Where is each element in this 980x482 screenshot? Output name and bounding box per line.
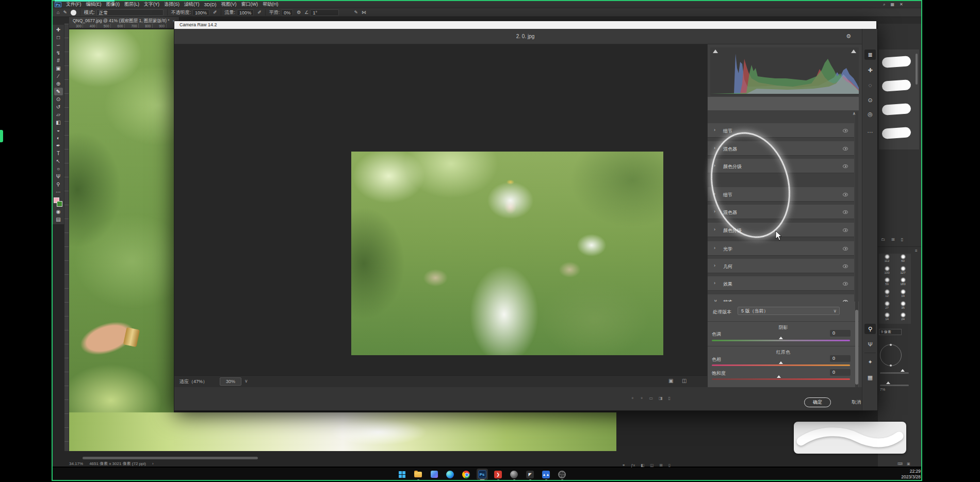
color-swatches[interactable] xyxy=(54,197,63,208)
saturation-value[interactable]: 0 xyxy=(830,369,851,376)
brush-preset[interactable]: 60 xyxy=(895,254,911,265)
mode-select[interactable]: 正常 xyxy=(96,9,164,16)
process-version-select[interactable]: 5 版（当前） ∨ xyxy=(738,307,840,315)
ok-button[interactable]: 确定 xyxy=(804,397,831,407)
panel-menu-icon[interactable]: ≡ xyxy=(915,248,918,253)
history-brush-tool[interactable]: ↺ xyxy=(54,103,63,111)
quick-mask-icon[interactable]: ◉ xyxy=(54,208,63,215)
search-icon[interactable]: ⌕ xyxy=(883,2,885,7)
brush-preset-grid[interactable]: 112 60 100 127 59 183 12 19 27 35 14 24 xyxy=(879,254,911,324)
cancel-button[interactable]: 取消 xyxy=(852,399,861,406)
brush-preset[interactable]: 183 xyxy=(895,277,911,289)
smoothing-value[interactable]: 0% xyxy=(281,9,293,16)
brush-tool[interactable]: ✎ xyxy=(54,88,63,95)
brush-preset[interactable]: 14 xyxy=(879,312,895,324)
clone-stamp-tool[interactable]: ⊙ xyxy=(54,95,63,103)
dot-icon[interactable]: ⚬ xyxy=(640,396,644,401)
taskbar-sphere-app[interactable] xyxy=(509,469,520,480)
brush-preset[interactable]: 12 xyxy=(879,289,895,301)
brush-stroke-thumb[interactable] xyxy=(881,56,911,68)
eye-icon[interactable] xyxy=(843,129,848,132)
shadow-clip-icon[interactable] xyxy=(713,49,718,53)
brush-preset[interactable]: 127 xyxy=(895,265,911,277)
brush-slider[interactable] xyxy=(880,385,909,386)
chevron-down-icon[interactable]: ∨ xyxy=(244,378,248,384)
more-options-icon[interactable]: ⋯ xyxy=(864,127,876,137)
menu-window[interactable]: 窗口(W) xyxy=(241,1,258,8)
trash-icon[interactable]: ▯ xyxy=(668,396,671,401)
edit-sliders-icon[interactable]: ≣ xyxy=(864,49,876,60)
brush-slider[interactable] xyxy=(880,372,909,374)
brush-preset[interactable]: 27 xyxy=(879,301,895,312)
panel-icon[interactable]: ▣ xyxy=(907,462,910,466)
more-tools-icon[interactable]: ⋯ xyxy=(54,188,63,196)
scrollbar-thumb[interactable] xyxy=(855,310,858,385)
eye-icon[interactable] xyxy=(843,193,848,196)
view-mode-icon[interactable]: ▣ xyxy=(668,378,673,384)
marquee-tool[interactable]: □ xyxy=(54,34,63,41)
zoom-tool[interactable]: ⚲ xyxy=(54,180,63,188)
move-tool[interactable]: ✚ xyxy=(54,26,63,34)
section-detail-2[interactable]: › 细节 xyxy=(708,187,854,202)
camera-raw-titlebar[interactable]: Camera Raw 14.2 xyxy=(174,21,876,29)
section-effects[interactable]: › 效果 xyxy=(708,276,854,291)
workspace-icon[interactable]: ▦ xyxy=(890,2,894,7)
brush-preset[interactable]: 19 xyxy=(895,289,911,301)
taskbar-dark-app[interactable]: ◤ xyxy=(525,469,536,480)
delete-icon[interactable]: ▯ xyxy=(901,237,903,242)
view-icon[interactable]: ▭ xyxy=(649,396,653,401)
presets-icon[interactable]: ◎ xyxy=(864,109,876,119)
link-icon[interactable]: ⚭ xyxy=(622,463,625,468)
menu-view[interactable]: 视图(V) xyxy=(221,1,237,8)
tint-value[interactable]: 0 xyxy=(830,330,851,337)
settings-gear-icon[interactable]: ⚙ xyxy=(846,33,851,40)
smudge-tool[interactable]: ◒ xyxy=(54,126,63,134)
eye-icon[interactable] xyxy=(843,164,848,168)
hand-tool[interactable]: Ψ xyxy=(54,173,63,180)
panel-scrollbar[interactable] xyxy=(916,54,918,85)
frame-tool[interactable]: ▣ xyxy=(54,64,63,72)
brush-preset[interactable]: 35 xyxy=(895,301,911,312)
flow-value[interactable]: 100% xyxy=(237,9,254,16)
masking-icon[interactable]: ◌ xyxy=(864,80,876,90)
brush-size-field[interactable]: 9 像素 xyxy=(879,329,902,335)
red-eye-icon[interactable]: ⊙ xyxy=(864,95,876,105)
brush-stroke-thumb[interactable] xyxy=(881,127,911,139)
eraser-tool[interactable]: ▱ xyxy=(54,111,63,119)
menu-select[interactable]: 选择(S) xyxy=(164,1,179,8)
document-canvas-bottom[interactable] xyxy=(69,412,616,451)
eye-icon[interactable] xyxy=(843,282,848,286)
screen-mode-icon[interactable]: ▤ xyxy=(54,215,63,223)
camera-raw-preview[interactable] xyxy=(174,44,707,375)
mask-icon[interactable]: ◧ xyxy=(641,463,644,468)
brush-preset[interactable]: 24 xyxy=(895,312,911,324)
menu-filter[interactable]: 滤镜(T) xyxy=(184,1,200,8)
horizontal-scrollbar[interactable] xyxy=(83,457,258,459)
menu-file[interactable]: 文件(F) xyxy=(66,1,81,8)
menu-type[interactable]: 文字(Y) xyxy=(144,1,159,8)
status-zoom[interactable]: 34.17% xyxy=(69,461,83,466)
status-arrow-icon[interactable]: › xyxy=(152,461,154,466)
grid-overlay-icon[interactable]: ▦ xyxy=(864,372,876,383)
brush-preset[interactable]: 59 xyxy=(879,277,895,289)
brush-tip-preview[interactable] xyxy=(71,10,76,15)
section-color-mixer[interactable]: › 混色器 xyxy=(708,141,854,156)
start-button[interactable] xyxy=(397,469,408,480)
eye-icon[interactable] xyxy=(843,247,848,251)
fx-icon[interactable]: ƒx xyxy=(631,463,635,468)
dodge-tool[interactable]: ◐ xyxy=(54,134,63,142)
histogram[interactable] xyxy=(710,47,859,96)
quick-select-tool[interactable]: ↯ xyxy=(54,49,63,57)
brushes-panel[interactable] xyxy=(879,49,919,149)
hue-value[interactable]: 0 xyxy=(830,355,851,362)
eye-icon[interactable] xyxy=(843,228,848,232)
brush-stroke-thumb[interactable] xyxy=(881,79,911,92)
airbrush-icon[interactable]: ✐ xyxy=(213,10,217,15)
path-select-tool[interactable]: ↖ xyxy=(54,157,63,165)
section-geometry[interactable]: › 几何 xyxy=(708,259,854,273)
before-after-icon[interactable]: ◫ xyxy=(682,378,687,384)
taskbar-edge[interactable] xyxy=(445,469,456,480)
tint-slider[interactable] xyxy=(712,340,850,341)
menu-3d[interactable]: 3D(D) xyxy=(204,2,217,7)
type-tool[interactable]: T xyxy=(54,149,63,157)
